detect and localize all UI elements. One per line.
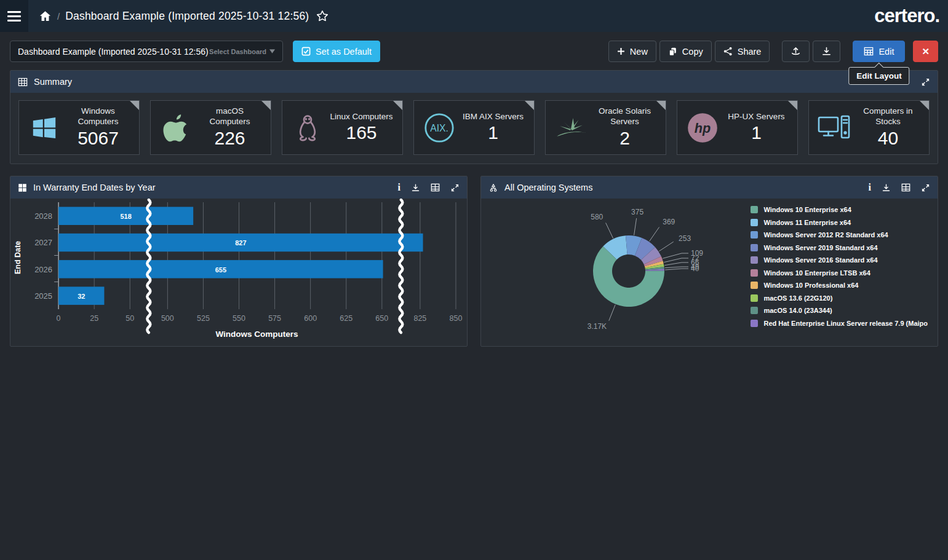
solaris-icon — [552, 114, 590, 141]
certero-logo: certero. — [874, 5, 939, 27]
legend-item[interactable]: Red Hat Enterprise Linux Server release … — [751, 320, 928, 327]
legend-label: Windows 10 Enterprise x64 — [763, 206, 851, 213]
legend-item[interactable]: Windows 10 Enterprise LTSB x64 — [751, 269, 928, 277]
apple-icon — [157, 113, 195, 143]
svg-text:Windows Computers: Windows Computers — [215, 329, 298, 339]
copy-dashboard-button[interactable]: Copy — [659, 41, 712, 62]
svg-text:655: 655 — [215, 266, 226, 274]
card-title: Windows Computers — [63, 106, 133, 127]
expand-icon[interactable] — [921, 183, 930, 192]
summary-card-aix[interactable]: AIX.IBM AIX Servers1 — [413, 100, 535, 155]
svg-text:2026: 2026 — [34, 265, 52, 274]
import-dashboard-button[interactable] — [782, 41, 810, 62]
new-dashboard-button[interactable]: New — [608, 41, 656, 62]
legend-swatch — [751, 320, 758, 327]
svg-text:AIX.: AIX. — [430, 122, 448, 133]
export-dashboard-button[interactable] — [813, 41, 840, 62]
share-icon — [723, 47, 733, 56]
svg-text:25: 25 — [90, 314, 98, 323]
svg-text:0: 0 — [57, 314, 61, 323]
legend-label: Windows Server 2016 Standard x64 — [763, 256, 877, 264]
svg-text:575: 575 — [268, 314, 281, 323]
info-icon[interactable]: i — [398, 183, 400, 192]
dashboard-selector[interactable]: Dashboard Example (Imported 2025-10-31 1… — [10, 41, 283, 62]
legend-label: Red Hat Enterprise Linux Server release … — [763, 320, 928, 327]
breadcrumb-title: Dashboard Example (Imported 2025-10-31 1… — [65, 10, 309, 23]
share-dashboard-button[interactable]: Share — [715, 41, 770, 62]
legend-item[interactable]: Windows Server 2019 Standard x64 — [751, 244, 928, 251]
legend-item[interactable]: Windows Server 2016 Standard x64 — [751, 256, 928, 264]
select-dashboard-hint: Select Dashboard — [209, 48, 275, 55]
svg-text:825: 825 — [413, 314, 426, 323]
checkbox-check-icon — [301, 47, 311, 56]
legend-item[interactable]: Windows 10 Professional x64 — [751, 282, 928, 289]
os-chart-legend: Windows 10 Enterprise x64Windows 11 Ente… — [751, 206, 928, 327]
svg-text:650: 650 — [375, 314, 388, 323]
card-title: Oracle Solaris Servers — [590, 106, 659, 127]
legend-swatch — [751, 307, 758, 314]
svg-text:32: 32 — [78, 293, 85, 300]
legend-swatch — [751, 231, 758, 239]
table-icon[interactable] — [901, 183, 910, 192]
chevron-down-icon — [269, 49, 275, 53]
svg-text:40: 40 — [691, 264, 699, 273]
home-icon[interactable] — [39, 10, 52, 23]
aix-icon: AIX. — [420, 112, 458, 144]
svg-text:625: 625 — [340, 314, 353, 323]
expand-icon[interactable] — [921, 77, 930, 87]
summary-card-solaris[interactable]: Oracle Solaris Servers2 — [545, 100, 666, 155]
legend-swatch — [751, 206, 758, 213]
legend-item[interactable]: Windows 10 Enterprise x64 — [751, 206, 928, 213]
card-title: Linux Computers — [327, 112, 396, 122]
svg-text:827: 827 — [235, 239, 246, 246]
edit-layout-button[interactable]: Edit — [853, 41, 905, 62]
card-title: Computers in Stocks — [853, 106, 923, 127]
legend-item[interactable]: Windows 11 Enterprise x64 — [751, 219, 928, 226]
svg-text:2027: 2027 — [34, 238, 52, 247]
os-donut-chart: 580375369253109726649403.17K — [481, 199, 770, 345]
close-icon: ✕ — [922, 46, 930, 57]
svg-text:500: 500 — [161, 314, 174, 323]
warranty-chart-body: 0255050052555057560062565082585051820288… — [10, 199, 467, 346]
summary-card-windows[interactable]: Windows Computers5067 — [18, 100, 140, 155]
svg-text:End Date: End Date — [14, 241, 22, 274]
summary-card-apple[interactable]: macOS Computers226 — [150, 100, 271, 155]
table-grid-icon — [18, 77, 28, 87]
favorite-star-icon[interactable] — [316, 9, 329, 23]
card-value: 226 — [195, 128, 265, 149]
legend-swatch — [751, 244, 758, 251]
legend-item[interactable]: Windows Server 2012 R2 Standard x64 — [751, 231, 928, 239]
table-icon[interactable] — [431, 183, 440, 192]
dashboard-toolbar: Dashboard Example (Imported 2025-10-31 1… — [0, 32, 948, 70]
set-as-default-button[interactable]: Set as Default — [293, 41, 380, 62]
legend-item[interactable]: macOS 13.6 (22G120) — [751, 294, 928, 302]
download-icon[interactable] — [882, 183, 891, 192]
legend-label: Windows 11 Enterprise x64 — [763, 219, 851, 226]
download-icon — [821, 46, 832, 57]
legend-item[interactable]: macOS 14.0 (23A344) — [751, 307, 928, 314]
warranty-panel-header: In Warranty End Dates by Year i — [10, 176, 467, 199]
card-value: 2 — [590, 128, 659, 149]
card-value: 165 — [327, 122, 396, 143]
summary-panel-header: Summary — [10, 71, 938, 93]
svg-text:600: 600 — [304, 314, 317, 323]
edit-layout-tooltip: Edit Layout — [848, 67, 910, 85]
expand-icon[interactable] — [450, 183, 460, 192]
legend-swatch — [751, 219, 758, 226]
summary-card-hp[interactable]: hpHP-UX Servers1 — [677, 100, 798, 155]
summary-card-stocks[interactable]: Computers in Stocks40 — [808, 100, 930, 155]
summary-card-linux[interactable]: Linux Computers165 — [282, 100, 403, 155]
stocks-icon — [815, 114, 853, 142]
breadcrumb-separator: / — [57, 11, 60, 22]
info-icon[interactable]: i — [869, 183, 871, 192]
sitemap-icon — [488, 183, 498, 192]
hamburger-menu-icon[interactable] — [0, 0, 28, 32]
svg-text:3.17K: 3.17K — [588, 322, 607, 331]
legend-swatch — [751, 256, 758, 264]
legend-swatch — [751, 269, 758, 277]
legend-swatch — [751, 282, 758, 289]
grid-edit-icon — [864, 47, 874, 56]
close-button[interactable]: ✕ — [913, 41, 938, 62]
legend-swatch — [751, 294, 758, 302]
download-icon[interactable] — [411, 183, 420, 192]
